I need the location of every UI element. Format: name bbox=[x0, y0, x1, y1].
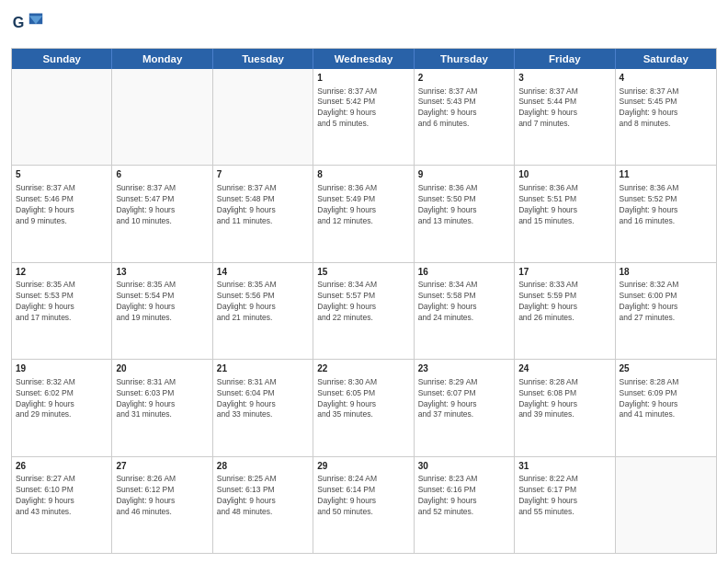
day-29: 29Sunrise: 8:24 AM Sunset: 6:14 PM Dayli… bbox=[313, 457, 414, 553]
day-1: 1Sunrise: 8:37 AM Sunset: 5:42 PM Daylig… bbox=[313, 69, 414, 165]
day-info: Sunrise: 8:34 AM Sunset: 5:57 PM Dayligh… bbox=[317, 280, 377, 322]
day-8: 8Sunrise: 8:36 AM Sunset: 5:49 PM Daylig… bbox=[313, 166, 414, 261]
day-21: 21Sunrise: 8:31 AM Sunset: 6:04 PM Dayli… bbox=[213, 360, 313, 455]
day-info: Sunrise: 8:26 AM Sunset: 6:12 PM Dayligh… bbox=[116, 474, 176, 516]
day-6: 6Sunrise: 8:37 AM Sunset: 5:47 PM Daylig… bbox=[112, 166, 212, 261]
day-24: 24Sunrise: 8:28 AM Sunset: 6:08 PM Dayli… bbox=[515, 360, 615, 455]
logo: G bbox=[11, 9, 48, 42]
day-info: Sunrise: 8:22 AM Sunset: 6:17 PM Dayligh… bbox=[518, 474, 578, 516]
calendar-header: SundayMondayTuesdayWednesdayThursdayFrid… bbox=[12, 49, 716, 69]
day-14: 14Sunrise: 8:35 AM Sunset: 5:56 PM Dayli… bbox=[213, 263, 313, 359]
day-info: Sunrise: 8:37 AM Sunset: 5:47 PM Dayligh… bbox=[116, 183, 176, 225]
header-day-tuesday: Tuesday bbox=[213, 49, 313, 69]
day-number: 13 bbox=[116, 266, 208, 279]
day-number: 29 bbox=[317, 460, 409, 473]
day-number: 16 bbox=[418, 266, 510, 279]
day-10: 10Sunrise: 8:36 AM Sunset: 5:51 PM Dayli… bbox=[515, 166, 615, 261]
header: G bbox=[11, 9, 717, 42]
day-20: 20Sunrise: 8:31 AM Sunset: 6:03 PM Dayli… bbox=[112, 360, 212, 455]
week-3: 12Sunrise: 8:35 AM Sunset: 5:53 PM Dayli… bbox=[12, 263, 716, 360]
day-number: 14 bbox=[217, 266, 309, 279]
day-11: 11Sunrise: 8:36 AM Sunset: 5:52 PM Dayli… bbox=[616, 166, 716, 261]
empty-cell bbox=[12, 69, 112, 165]
page: G SundayMondayTuesdayWednesdayThursdayFr… bbox=[0, 0, 728, 563]
day-5: 5Sunrise: 8:37 AM Sunset: 5:46 PM Daylig… bbox=[12, 166, 112, 261]
day-info: Sunrise: 8:28 AM Sunset: 6:09 PM Dayligh… bbox=[620, 377, 679, 419]
day-info: Sunrise: 8:37 AM Sunset: 5:42 PM Dayligh… bbox=[317, 86, 377, 129]
day-info: Sunrise: 8:23 AM Sunset: 6:16 PM Dayligh… bbox=[418, 474, 478, 516]
day-22: 22Sunrise: 8:30 AM Sunset: 6:05 PM Dayli… bbox=[313, 360, 414, 455]
day-9: 9Sunrise: 8:36 AM Sunset: 5:50 PM Daylig… bbox=[415, 166, 515, 261]
day-info: Sunrise: 8:36 AM Sunset: 5:51 PM Dayligh… bbox=[518, 183, 578, 225]
day-number: 18 bbox=[620, 266, 712, 279]
day-info: Sunrise: 8:28 AM Sunset: 6:08 PM Dayligh… bbox=[518, 377, 578, 419]
day-number: 10 bbox=[518, 168, 610, 181]
day-30: 30Sunrise: 8:23 AM Sunset: 6:16 PM Dayli… bbox=[415, 457, 515, 553]
day-info: Sunrise: 8:36 AM Sunset: 5:49 PM Dayligh… bbox=[317, 183, 377, 225]
day-number: 11 bbox=[620, 168, 712, 181]
day-info: Sunrise: 8:32 AM Sunset: 6:00 PM Dayligh… bbox=[620, 280, 679, 322]
week-5: 26Sunrise: 8:27 AM Sunset: 6:10 PM Dayli… bbox=[12, 457, 716, 553]
day-3: 3Sunrise: 8:37 AM Sunset: 5:44 PM Daylig… bbox=[515, 69, 615, 165]
day-number: 2 bbox=[418, 72, 510, 85]
day-17: 17Sunrise: 8:33 AM Sunset: 5:59 PM Dayli… bbox=[515, 263, 615, 359]
day-info: Sunrise: 8:31 AM Sunset: 6:04 PM Dayligh… bbox=[217, 377, 277, 419]
logo-icon: G bbox=[11, 9, 44, 42]
day-number: 3 bbox=[518, 72, 610, 85]
day-number: 26 bbox=[16, 460, 108, 473]
day-number: 6 bbox=[116, 168, 208, 181]
week-2: 5Sunrise: 8:37 AM Sunset: 5:46 PM Daylig… bbox=[12, 166, 716, 262]
day-info: Sunrise: 8:35 AM Sunset: 5:56 PM Dayligh… bbox=[217, 280, 277, 322]
day-31: 31Sunrise: 8:22 AM Sunset: 6:17 PM Dayli… bbox=[515, 457, 615, 553]
week-1: 1Sunrise: 8:37 AM Sunset: 5:42 PM Daylig… bbox=[12, 69, 716, 166]
day-4: 4Sunrise: 8:37 AM Sunset: 5:45 PM Daylig… bbox=[616, 69, 716, 165]
day-15: 15Sunrise: 8:34 AM Sunset: 5:57 PM Dayli… bbox=[313, 263, 414, 359]
day-23: 23Sunrise: 8:29 AM Sunset: 6:07 PM Dayli… bbox=[415, 360, 515, 455]
day-info: Sunrise: 8:37 AM Sunset: 5:44 PM Dayligh… bbox=[518, 86, 578, 129]
day-number: 8 bbox=[317, 168, 409, 181]
empty-cell bbox=[112, 69, 212, 165]
day-number: 4 bbox=[620, 72, 712, 85]
header-day-friday: Friday bbox=[515, 49, 615, 69]
empty-cell bbox=[213, 69, 313, 165]
day-27: 27Sunrise: 8:26 AM Sunset: 6:12 PM Dayli… bbox=[112, 457, 212, 553]
day-number: 24 bbox=[518, 362, 610, 375]
day-info: Sunrise: 8:36 AM Sunset: 5:52 PM Dayligh… bbox=[620, 183, 679, 225]
day-number: 9 bbox=[418, 168, 510, 181]
day-info: Sunrise: 8:25 AM Sunset: 6:13 PM Dayligh… bbox=[217, 474, 277, 516]
day-number: 5 bbox=[16, 168, 108, 181]
empty-cell bbox=[616, 457, 716, 553]
day-number: 25 bbox=[620, 362, 712, 375]
day-info: Sunrise: 8:24 AM Sunset: 6:14 PM Dayligh… bbox=[317, 474, 377, 516]
day-number: 21 bbox=[217, 362, 309, 375]
day-number: 12 bbox=[16, 266, 108, 279]
day-info: Sunrise: 8:30 AM Sunset: 6:05 PM Dayligh… bbox=[317, 377, 377, 419]
day-info: Sunrise: 8:37 AM Sunset: 5:45 PM Dayligh… bbox=[620, 86, 679, 129]
day-18: 18Sunrise: 8:32 AM Sunset: 6:00 PM Dayli… bbox=[616, 263, 716, 359]
header-day-saturday: Saturday bbox=[616, 49, 716, 69]
day-13: 13Sunrise: 8:35 AM Sunset: 5:54 PM Dayli… bbox=[112, 263, 212, 359]
day-info: Sunrise: 8:35 AM Sunset: 5:53 PM Dayligh… bbox=[16, 280, 75, 322]
header-day-monday: Monday bbox=[112, 49, 212, 69]
header-day-wednesday: Wednesday bbox=[313, 49, 414, 69]
week-4: 19Sunrise: 8:32 AM Sunset: 6:02 PM Dayli… bbox=[12, 360, 716, 456]
header-day-sunday: Sunday bbox=[12, 49, 112, 69]
day-info: Sunrise: 8:27 AM Sunset: 6:10 PM Dayligh… bbox=[16, 474, 75, 516]
day-number: 7 bbox=[217, 168, 309, 181]
day-number: 23 bbox=[418, 362, 510, 375]
day-info: Sunrise: 8:29 AM Sunset: 6:07 PM Dayligh… bbox=[418, 377, 478, 419]
day-16: 16Sunrise: 8:34 AM Sunset: 5:58 PM Dayli… bbox=[415, 263, 515, 359]
day-info: Sunrise: 8:34 AM Sunset: 5:58 PM Dayligh… bbox=[418, 280, 478, 322]
day-26: 26Sunrise: 8:27 AM Sunset: 6:10 PM Dayli… bbox=[12, 457, 112, 553]
day-number: 17 bbox=[518, 266, 610, 279]
day-info: Sunrise: 8:32 AM Sunset: 6:02 PM Dayligh… bbox=[16, 377, 75, 419]
svg-text:G: G bbox=[13, 14, 25, 30]
day-info: Sunrise: 8:37 AM Sunset: 5:43 PM Dayligh… bbox=[418, 86, 478, 129]
day-number: 20 bbox=[116, 362, 208, 375]
calendar-body: 1Sunrise: 8:37 AM Sunset: 5:42 PM Daylig… bbox=[12, 69, 716, 553]
day-number: 19 bbox=[16, 362, 108, 375]
day-info: Sunrise: 8:37 AM Sunset: 5:48 PM Dayligh… bbox=[217, 183, 277, 225]
day-2: 2Sunrise: 8:37 AM Sunset: 5:43 PM Daylig… bbox=[415, 69, 515, 165]
day-12: 12Sunrise: 8:35 AM Sunset: 5:53 PM Dayli… bbox=[12, 263, 112, 359]
day-25: 25Sunrise: 8:28 AM Sunset: 6:09 PM Dayli… bbox=[616, 360, 716, 455]
